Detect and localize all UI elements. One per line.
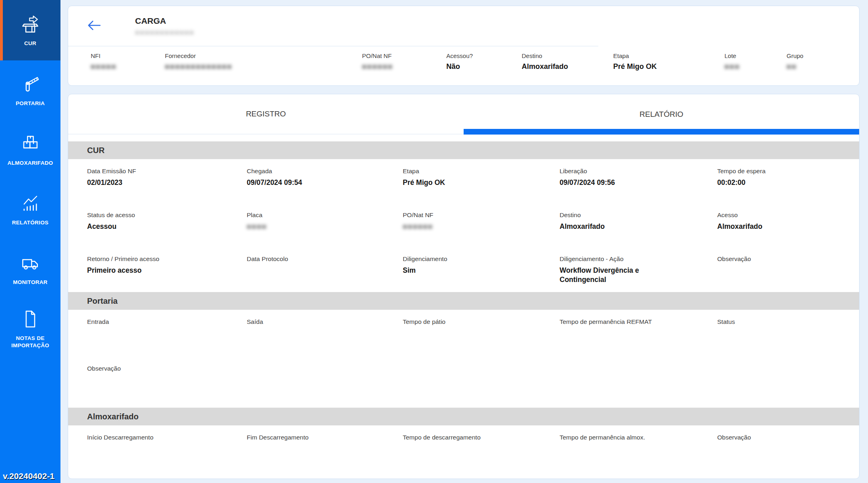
- field-observacao: Observação: [717, 434, 847, 471]
- summary-field-fornecedor: Fornecedor●●●●●●●●●●●●●: [165, 52, 362, 71]
- field-label: Placa: [247, 211, 366, 219]
- field-po-nat-nf: PO/Nat NF●●●●●●: [403, 211, 560, 247]
- field-value: 02/01/2023: [87, 178, 210, 187]
- field-label: Início Descarregamento: [87, 434, 210, 441]
- field-value: [560, 329, 681, 338]
- field-inicio-descarregamento: Início Descarregamento: [87, 434, 247, 471]
- field-label: Entrada: [87, 318, 210, 325]
- field-value: Almoxarifado: [717, 222, 811, 231]
- field-value: Pré Migo OK: [403, 178, 523, 187]
- bar-chart-icon: [19, 193, 41, 214]
- back-arrow-icon: [87, 26, 101, 32]
- field-label: Tempo de descarregamento: [403, 434, 523, 441]
- field-row: EntradaSaídaTempo de pátioTempo de perma…: [68, 310, 859, 357]
- field-value: [247, 266, 366, 275]
- field-value: [247, 329, 366, 338]
- field-value: 09/07/2024 09:56: [560, 178, 681, 187]
- field-value-masked: ●●●: [724, 62, 787, 71]
- app-version: v.20240402-1: [0, 471, 60, 483]
- field-label: PO/Nat NF: [362, 52, 446, 59]
- field-label: Saída: [247, 318, 366, 325]
- field-label: Diligenciamento: [403, 255, 523, 263]
- field-status: Status: [717, 318, 847, 357]
- field-label: Destino: [522, 52, 613, 59]
- field-value: Almoxarifado: [560, 222, 681, 231]
- field-value: [717, 329, 811, 338]
- field-label: Diligenciamento - Ação: [560, 255, 681, 263]
- summary-field-po-nat-nf: PO/Nat NF●●●●●●: [362, 52, 446, 71]
- field-tempo-de-permanencia-refmat: Tempo de permanência REFMAT: [560, 318, 717, 357]
- field-value-masked: ●●●●●●●●●●●●●: [165, 62, 362, 71]
- tab-label: REGISTRO: [246, 110, 286, 118]
- box-export-icon: [19, 13, 41, 35]
- field-observacao: Observação: [87, 365, 247, 408]
- field-label: Chegada: [247, 168, 366, 175]
- field-label: Tempo de permanência almox.: [560, 434, 681, 441]
- field-value-masked: ●●●●●●: [362, 62, 446, 71]
- sidebar-item-label: NOTAS DE IMPORTAÇÃO: [0, 335, 60, 349]
- field-status-de-acesso: Status de acessoAcessou: [87, 211, 247, 247]
- field-tempo-de-patio: Tempo de pátio: [403, 318, 560, 357]
- stacked-boxes-icon: [19, 133, 41, 155]
- carga-title-row: CARGA ●●●●●●●●●●●●: [68, 6, 859, 46]
- sidebar-item-relatorios[interactable]: RELATÓRIOS: [0, 180, 60, 239]
- carga-summary-fields: NFI●●●●●Fornecedor●●●●●●●●●●●●●PO/Nat NF…: [68, 46, 859, 71]
- sidebar-item-almoxarifado[interactable]: ALMOXARIFADO: [0, 120, 60, 180]
- summary-field-lote: Lote●●●: [724, 52, 787, 71]
- gate-barrier-icon: [19, 73, 41, 95]
- field-tempo-de-descarregamento: Tempo de descarregamento: [403, 434, 560, 471]
- field-value: Primeiro acesso: [87, 266, 210, 275]
- document-icon: [19, 308, 41, 330]
- field-value: [717, 266, 811, 275]
- field-etapa: EtapaPré Migo OK: [403, 168, 560, 203]
- app-root: CUR PORTARIA: [0, 0, 868, 483]
- sidebar-item-label: CUR: [23, 40, 37, 47]
- field-chegada: Chegada09/07/2024 09:54: [247, 168, 403, 203]
- sidebar-item-cur[interactable]: CUR: [0, 0, 60, 60]
- sidebar-item-monitorar[interactable]: MONITORAR: [0, 239, 60, 299]
- sidebar-item-notas-de-importacao[interactable]: NOTAS DE IMPORTAÇÃO: [0, 299, 60, 359]
- field-value: [403, 329, 523, 338]
- summary-field-acessou: Acessou?Não: [446, 52, 522, 71]
- field-value: Acessou: [87, 222, 210, 231]
- field-label: Destino: [560, 211, 681, 219]
- field-value: Workflow Divergência e Contingencial: [560, 266, 681, 284]
- field-value: [717, 444, 811, 453]
- tab-label: RELATÓRIO: [639, 110, 683, 119]
- section-header-almoxarifado: Almoxarifado: [68, 408, 859, 425]
- field-fim-descarregamento: Fim Descarregamento: [247, 434, 403, 471]
- field-tempo-de-permanencia-almox: Tempo de permanência almox.: [560, 434, 717, 471]
- field-row: Início DescarregamentoFim Descarregament…: [68, 425, 859, 471]
- field-label: Tempo de pátio: [403, 318, 523, 325]
- field-value-masked: ●●●●●: [91, 62, 165, 71]
- section-header-cur: CUR: [68, 141, 859, 159]
- field-placa: Placa●●●●: [247, 211, 403, 247]
- field-destino: DestinoAlmoxarifado: [560, 211, 717, 247]
- field-value: [403, 444, 523, 453]
- field-liberacao: Liberação09/07/2024 09:56: [560, 168, 717, 203]
- back-button[interactable]: [86, 19, 102, 33]
- field-value: Almoxarifado: [522, 62, 613, 71]
- field-retorno-primeiro-acesso: Retorno / Primeiro acessoPrimeiro acesso: [87, 255, 247, 292]
- field-label: Observação: [87, 365, 210, 372]
- tab-registro[interactable]: REGISTRO: [68, 94, 464, 135]
- field-value: Pré Migo OK: [613, 62, 724, 71]
- field-label: NFI: [91, 52, 165, 59]
- field-label: Data Emissão NF: [87, 168, 210, 175]
- field-label: Liberação: [560, 168, 681, 175]
- field-label: Tempo de permanência REFMAT: [560, 318, 681, 325]
- field-row: Retorno / Primeiro acessoPrimeiro acesso…: [68, 247, 859, 292]
- field-value: [247, 444, 366, 453]
- sidebar-item-portaria[interactable]: PORTARIA: [0, 60, 60, 120]
- field-label: Retorno / Primeiro acesso: [87, 255, 210, 263]
- carga-header-card: CARGA ●●●●●●●●●●●● NFI●●●●●Fornecedor●●●…: [68, 6, 860, 86]
- field-value: 00:02:00: [717, 178, 811, 187]
- field-label: Lote: [724, 52, 787, 59]
- field-entrada: Entrada: [87, 318, 247, 357]
- field-value: Não: [446, 62, 522, 71]
- sidebar-item-label: MONITORAR: [12, 279, 49, 286]
- summary-field-etapa: EtapaPré Migo OK: [613, 52, 724, 71]
- summary-field-destino: DestinoAlmoxarifado: [522, 52, 613, 71]
- tab-relatorio[interactable]: RELATÓRIO: [464, 94, 859, 135]
- field-value-masked: ●●: [787, 62, 835, 71]
